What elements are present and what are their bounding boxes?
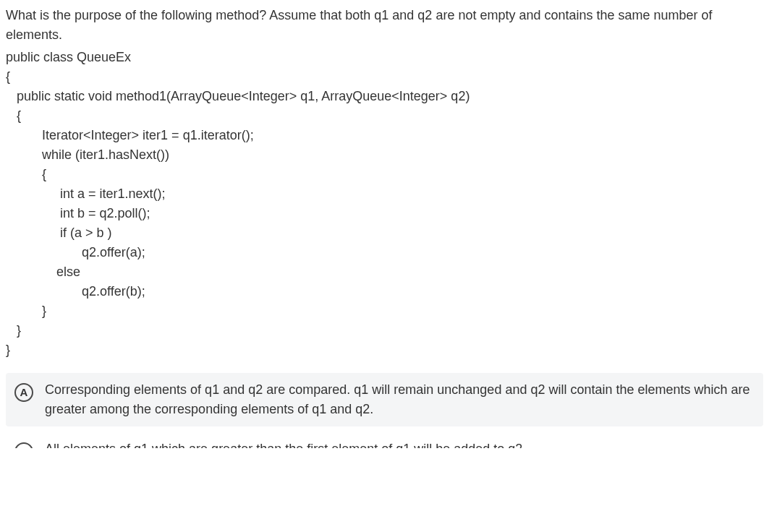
answer-option-a[interactable]: A Corresponding elements of q1 and q2 ar… bbox=[6, 373, 763, 426]
option-letter-a: A bbox=[14, 383, 33, 402]
option-text-a: Corresponding elements of q1 and q2 are … bbox=[45, 380, 755, 419]
option-text-b: All elements of q1 which are greater tha… bbox=[45, 439, 755, 448]
code-block: public class QueueEx { public static voi… bbox=[6, 48, 763, 360]
question-intro: What is the purpose of the following met… bbox=[6, 6, 763, 45]
answer-option-b[interactable]: B All elements of q1 which are greater t… bbox=[6, 432, 763, 448]
option-letter-b: B bbox=[14, 442, 33, 448]
